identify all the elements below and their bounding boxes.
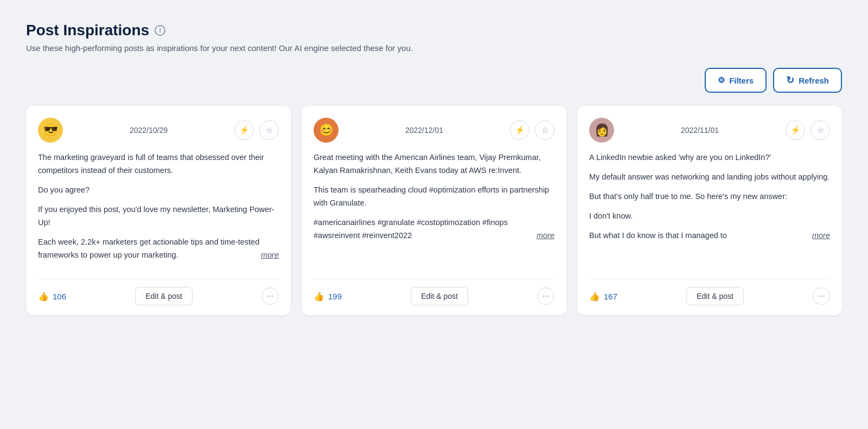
bolt-icon — [790, 125, 801, 135]
card-footer: 106 Edit & post ··· — [38, 279, 279, 305]
card-text: But that's only half true to me. So here… — [589, 190, 830, 203]
card-body: A LinkedIn newbie asked 'why are you on … — [589, 151, 830, 268]
more-link[interactable]: more — [812, 229, 830, 242]
card-text: But what I do know is that I managed to … — [589, 229, 830, 242]
card-text: #americanairlines #granulate #costoptimo… — [314, 216, 554, 242]
card-text: My default answer was networking and lan… — [589, 171, 830, 184]
card-text: Great meeting with the American Airlines… — [314, 151, 554, 177]
more-options-button[interactable]: ··· — [537, 287, 554, 305]
likes-number: 199 — [328, 292, 342, 301]
bolt-button[interactable] — [510, 120, 529, 140]
card-text: This team is spearheading cloud #optimiz… — [314, 184, 554, 210]
card-text: If you enjoyed this post, you'd love my … — [38, 203, 279, 229]
card-text: The marketing graveyard is full of teams… — [38, 151, 279, 177]
likes-count: 106 — [38, 291, 66, 302]
card-body: The marketing graveyard is full of teams… — [38, 151, 279, 268]
page-header: Post Inspirations i Use these high-perfo… — [26, 22, 842, 53]
bolt-button[interactable] — [234, 120, 254, 140]
star-button[interactable] — [259, 120, 279, 140]
filters-button[interactable]: Filters — [705, 68, 767, 93]
post-card-1: 😎 2022/10/29 The marketing graveyard is … — [26, 106, 291, 315]
likes-count: 199 — [314, 291, 342, 302]
card-header: 👩 2022/11/01 — [589, 118, 830, 143]
card-text: Do you agree? — [38, 184, 279, 197]
edit-post-button[interactable]: Edit & post — [686, 287, 744, 305]
more-link[interactable]: more — [261, 249, 279, 262]
bolt-button[interactable] — [786, 120, 805, 140]
card-header: 😎 2022/10/29 — [38, 118, 279, 143]
page-subtitle: Use these high-performing posts as inspi… — [26, 43, 842, 53]
card-text: I don't know. — [589, 210, 830, 223]
card-footer: 167 Edit & post ··· — [589, 279, 830, 305]
post-card-3: 👩 2022/11/01 A LinkedIn newbie asked 'wh… — [577, 106, 842, 315]
refresh-button[interactable]: Refresh — [773, 68, 842, 93]
cards-grid: 😎 2022/10/29 The marketing graveyard is … — [26, 106, 842, 315]
more-options-button[interactable]: ··· — [261, 287, 279, 305]
card-footer: 199 Edit & post ··· — [314, 279, 554, 305]
edit-post-button[interactable]: Edit & post — [411, 287, 468, 305]
info-icon[interactable]: i — [155, 25, 165, 36]
card-text: A LinkedIn newbie asked 'why are you on … — [589, 151, 830, 164]
thumbs-up-icon — [314, 291, 324, 302]
toolbar: Filters Refresh — [26, 68, 842, 93]
avatar: 😎 — [38, 118, 63, 143]
card-text: Each week, 2.2k+ marketers get actionabl… — [38, 236, 279, 262]
likes-number: 106 — [53, 292, 66, 301]
thumbs-up-icon — [589, 291, 600, 302]
post-card-2: 😊 2022/12/01 Great meeting with the Amer… — [302, 106, 566, 315]
star-icon — [817, 125, 824, 135]
avatar: 😊 — [314, 118, 339, 143]
likes-count: 167 — [589, 291, 617, 302]
star-icon — [266, 125, 273, 135]
bolt-icon — [515, 125, 525, 135]
page-title: Post Inspirations i — [26, 22, 842, 39]
card-body: Great meeting with the American Airlines… — [314, 151, 554, 268]
gear-icon — [718, 75, 725, 85]
avatar: 👩 — [589, 118, 614, 143]
edit-post-button[interactable]: Edit & post — [135, 287, 193, 305]
card-date: 2022/10/29 — [68, 126, 229, 135]
star-icon — [541, 125, 548, 135]
star-button[interactable] — [810, 120, 830, 140]
refresh-icon — [786, 74, 794, 86]
thumbs-up-icon — [38, 291, 49, 302]
bolt-icon — [239, 125, 250, 135]
card-header: 😊 2022/12/01 — [314, 118, 554, 143]
more-link[interactable]: more — [537, 229, 554, 242]
likes-number: 167 — [604, 292, 617, 301]
star-button[interactable] — [535, 120, 554, 140]
more-options-button[interactable]: ··· — [813, 287, 830, 305]
card-date: 2022/12/01 — [344, 126, 505, 135]
card-date: 2022/11/01 — [620, 126, 780, 135]
